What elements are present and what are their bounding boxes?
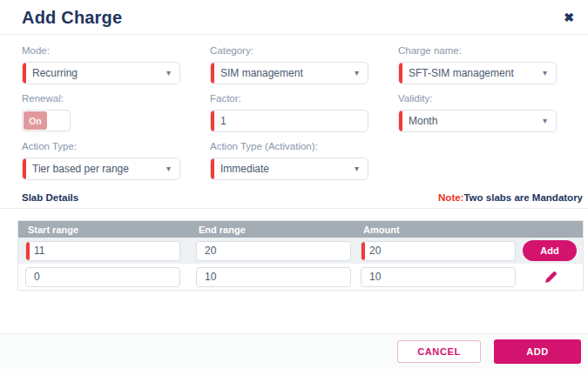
amount-input[interactable] — [362, 242, 515, 260]
factor-input[interactable] — [220, 111, 368, 131]
mode-label: Mode: — [22, 45, 180, 56]
add-charge-modal: Add Charge ✖ Mode: Recurring ▾ Category:… — [0, 0, 588, 369]
chevron-down-icon: ▾ — [355, 68, 359, 77]
factor-input-wrap — [210, 110, 368, 132]
field-factor: Factor: — [210, 93, 368, 132]
charge-name-select[interactable]: SFT-SIM management ▾ — [398, 62, 557, 84]
field-category: Category: SIM management ▾ — [210, 45, 368, 84]
field-validity: Validity: Month ▾ — [398, 93, 557, 132]
chevron-down-icon: ▾ — [355, 164, 359, 173]
cancel-button[interactable]: CANCEL — [397, 340, 481, 363]
table-row-existing-slab — [18, 264, 583, 290]
start-range-input[interactable] — [26, 242, 179, 260]
action-type-select[interactable]: Tier based per range ▾ — [22, 158, 180, 180]
amount-input-wrap — [361, 241, 516, 261]
close-icon[interactable]: ✖ — [560, 10, 578, 25]
category-select[interactable]: SIM management ▾ — [210, 62, 368, 84]
action-type-activation-value: Immediate — [220, 163, 269, 175]
chevron-down-icon: ▾ — [543, 116, 547, 125]
action-type-value: Tier based per range — [32, 163, 129, 175]
modal-header: Add Charge ✖ — [0, 0, 588, 35]
validity-value: Month — [409, 115, 437, 127]
note-label: Note: — [438, 192, 463, 203]
amount-input-row2[interactable] — [362, 268, 515, 286]
start-range-input-wrap — [25, 241, 180, 261]
slab-table: Start range End range Amount — [17, 220, 584, 291]
end-range-input-row2[interactable] — [197, 268, 350, 286]
mode-value: Recurring — [32, 67, 78, 79]
table-header-row: Start range End range Amount — [18, 221, 583, 238]
field-action-type-activation: Action Type (Activation): Immediate ▾ — [210, 141, 368, 180]
end-range-input-wrap — [196, 241, 351, 261]
table-row-new-slab: Add — [18, 238, 583, 264]
edit-pencil-icon[interactable] — [544, 271, 558, 284]
charge-form: Mode: Recurring ▾ Category: SIM manageme… — [0, 35, 588, 180]
note-text: Two slabs are Mandatory — [463, 192, 583, 203]
field-mode: Mode: Recurring ▾ — [22, 45, 180, 84]
validity-label: Validity: — [398, 93, 557, 104]
end-range-input[interactable] — [197, 242, 350, 260]
renewal-toggle-state: On — [24, 111, 47, 130]
field-action-type: Action Type: Tier based per range ▾ — [22, 141, 180, 180]
amount-input-wrap — [361, 267, 516, 287]
chevron-down-icon: ▾ — [166, 68, 171, 77]
page-title: Add Charge — [22, 8, 122, 28]
add-button[interactable]: ADD — [494, 339, 581, 364]
renewal-label: Renewal: — [22, 93, 180, 104]
charge-name-label: Charge name: — [398, 45, 557, 56]
category-label: Category: — [210, 45, 368, 56]
col-header-end-range: End range — [189, 225, 354, 235]
chevron-down-icon: ▾ — [166, 164, 171, 173]
action-type-label: Action Type: — [22, 141, 180, 151]
start-range-input-row2[interactable] — [26, 268, 179, 286]
mode-select[interactable]: Recurring ▾ — [22, 62, 180, 84]
category-value: SIM management — [220, 67, 303, 79]
field-charge-name: Charge name: SFT-SIM management ▾ — [398, 45, 557, 84]
factor-label: Factor: — [210, 93, 368, 104]
field-renewal: Renewal: On — [22, 93, 180, 132]
slab-note: Note:Two slabs are Mandatory — [438, 192, 583, 203]
end-range-input-wrap — [196, 267, 351, 287]
chevron-down-icon: ▾ — [543, 68, 547, 77]
start-range-input-wrap — [25, 267, 180, 287]
slab-details-header: Slab Details Note:Two slabs are Mandator… — [0, 180, 588, 209]
modal-footer: CANCEL ADD — [0, 333, 588, 369]
action-type-activation-label: Action Type (Activation): — [210, 141, 368, 151]
col-header-amount: Amount — [354, 225, 518, 235]
renewal-toggle[interactable]: On — [22, 110, 71, 131]
action-type-activation-select[interactable]: Immediate ▾ — [210, 158, 368, 180]
add-slab-button[interactable]: Add — [523, 240, 577, 261]
slab-details-title: Slab Details — [22, 192, 78, 203]
col-header-start-range: Start range — [18, 225, 189, 235]
validity-select[interactable]: Month ▾ — [398, 110, 557, 132]
charge-name-value: SFT-SIM management — [409, 67, 514, 79]
